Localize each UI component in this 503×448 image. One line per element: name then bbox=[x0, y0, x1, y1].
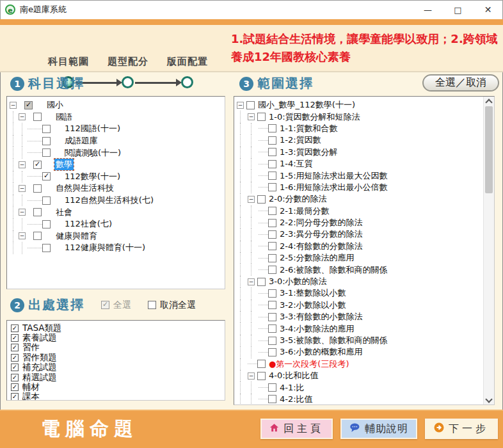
tree-row[interactable]: 1-2:質因數 bbox=[237, 134, 482, 146]
tree-checkbox[interactable] bbox=[42, 137, 51, 145]
tree-node-label[interactable]: 1-1:質數和合數 bbox=[278, 123, 339, 134]
tree-checkbox[interactable] bbox=[268, 395, 276, 403]
tree-row[interactable]: ●第一次段考(三段考) bbox=[237, 358, 482, 370]
list-item[interactable]: ✓TASA類題 bbox=[10, 323, 222, 333]
tree-node-label[interactable]: 112社會(七) bbox=[63, 218, 113, 230]
tree-row[interactable]: −社會 bbox=[10, 206, 223, 218]
tree-checkbox[interactable] bbox=[246, 101, 255, 109]
minimize-button[interactable]: — bbox=[413, 0, 443, 19]
source-checkbox[interactable]: ✓ bbox=[11, 324, 19, 332]
tree-node-label[interactable]: 4-0:比和比值 bbox=[267, 370, 320, 381]
tree-checkbox[interactable] bbox=[268, 219, 276, 227]
tree-node-label[interactable]: 112自然與生活科技(七) bbox=[63, 195, 155, 206]
tree-row[interactable]: 1-3:質因數分解 bbox=[237, 147, 482, 158]
tree-checkbox[interactable] bbox=[268, 383, 276, 392]
source-checkbox[interactable]: ✓ bbox=[11, 334, 19, 342]
scroll-up-icon[interactable] bbox=[484, 97, 494, 106]
source-checkbox[interactable]: ✓ bbox=[11, 383, 19, 391]
tree-checkbox[interactable] bbox=[268, 242, 276, 250]
list-item[interactable]: ✓課本 bbox=[10, 392, 222, 400]
tree-node-label[interactable]: 3-3:有餘數的小數除法 bbox=[278, 311, 364, 323]
tree-checkbox[interactable] bbox=[268, 301, 276, 309]
select-toggle-all-button[interactable]: 全選／取消 bbox=[422, 74, 499, 92]
tree-checkbox[interactable] bbox=[268, 254, 276, 262]
tree-node-label[interactable]: 112健康與體育(十一) bbox=[63, 242, 147, 253]
tree-node-label[interactable]: 1-0:質因數分解和短除法 bbox=[267, 111, 362, 123]
source-checkbox[interactable]: ✓ bbox=[11, 393, 19, 400]
tree-checkbox[interactable] bbox=[42, 148, 51, 157]
tree-checkbox[interactable]: ✓ bbox=[24, 101, 33, 109]
wizard-step[interactable]: 版面配置 bbox=[159, 56, 216, 68]
wizard-step[interactable]: 科目範圍 bbox=[40, 56, 97, 68]
tree-row[interactable]: 3-5:被除數、除數和商的關係 bbox=[237, 335, 482, 346]
tree-row[interactable]: 2-6:被除數、除數和商的關係 bbox=[237, 264, 482, 275]
tree-expander-icon[interactable]: − bbox=[248, 196, 255, 203]
tree-node-label[interactable]: 2-3:異分母分數的除法 bbox=[278, 228, 364, 240]
tree-checkbox[interactable] bbox=[257, 372, 266, 380]
tree-expander-icon[interactable]: − bbox=[19, 113, 26, 120]
tree-checkbox[interactable] bbox=[268, 289, 276, 298]
tree-node-label[interactable]: 數學 bbox=[54, 159, 74, 170]
tree-node-label[interactable]: 1-2:質因數 bbox=[278, 134, 323, 146]
tree-checkbox[interactable] bbox=[268, 230, 276, 239]
tree-node-label[interactable]: 2-0:分數的除法 bbox=[267, 193, 328, 205]
tree-row[interactable]: 3-1:整數除以小數 bbox=[237, 287, 482, 299]
tree-node-label[interactable]: 3-4:小數除法的應用 bbox=[278, 323, 356, 335]
tree-row[interactable]: 2-3:異分母分數的除法 bbox=[237, 228, 482, 240]
source-checkbox[interactable]: ✓ bbox=[11, 344, 19, 351]
tree-expander-icon[interactable]: − bbox=[19, 185, 26, 192]
tree-node-label[interactable]: 112國語(十一) bbox=[63, 123, 122, 134]
tree-node-label[interactable]: 2-5:分數除法的應用 bbox=[278, 252, 356, 264]
tree-row[interactable]: −自然與生活科技 bbox=[10, 182, 223, 195]
tree-checkbox[interactable] bbox=[33, 208, 42, 216]
tree-node-label[interactable]: 3-1:整數除以小數 bbox=[278, 287, 347, 299]
tree-node-label[interactable]: 國小 bbox=[45, 99, 65, 111]
tree-node-label[interactable]: 3-2:小數除以小數 bbox=[278, 300, 347, 311]
tree-checkbox[interactable] bbox=[257, 360, 266, 368]
tree-checkbox[interactable] bbox=[268, 313, 276, 321]
tree-row[interactable]: 1-5:用短除法求出最大公因數 bbox=[237, 170, 482, 181]
tree-row[interactable]: 1-1:質數和合數 bbox=[237, 123, 482, 134]
tree-checkbox[interactable] bbox=[268, 183, 276, 191]
tree-expander-icon[interactable]: − bbox=[10, 102, 17, 109]
tree-checkbox[interactable] bbox=[33, 232, 42, 240]
tree-expander-icon[interactable]: − bbox=[19, 161, 26, 168]
tree-node-label[interactable]: 3-6:小數的概數和應用 bbox=[278, 346, 364, 358]
tree-checkbox[interactable] bbox=[42, 220, 51, 228]
tree-row[interactable]: 2-1:最簡分數 bbox=[237, 205, 482, 217]
tree-checkbox[interactable] bbox=[257, 195, 266, 204]
tree-row[interactable]: 4-2:比值 bbox=[237, 394, 482, 404]
tree-checkbox[interactable] bbox=[33, 184, 42, 193]
tree-row[interactable]: 3-4:小數除法的應用 bbox=[237, 323, 482, 334]
tree-expander-icon[interactable]: − bbox=[19, 232, 26, 239]
tree-checkbox[interactable] bbox=[257, 113, 266, 121]
tree-row[interactable]: 2-5:分數除法的應用 bbox=[237, 252, 482, 264]
tree-checkbox[interactable] bbox=[257, 278, 266, 286]
tree-row[interactable]: −3-0:小數的除法 bbox=[237, 276, 482, 287]
select-all-checkbox[interactable]: ✓ bbox=[101, 301, 109, 309]
tree-row[interactable]: ✓112數學(十一) bbox=[10, 171, 223, 183]
tree-checkbox[interactable] bbox=[268, 324, 276, 333]
list-item[interactable]: ✓輔材 bbox=[10, 382, 222, 392]
tree-node-label[interactable]: 4-1:比 bbox=[278, 382, 306, 394]
list-item[interactable]: ✓習作類題 bbox=[10, 353, 222, 362]
select-all-option[interactable]: ✓ 全選 bbox=[101, 300, 131, 311]
tree-checkbox[interactable] bbox=[42, 125, 51, 133]
tree-checkbox[interactable]: ✓ bbox=[33, 161, 42, 169]
tree-node-label[interactable]: 3-0:小數的除法 bbox=[267, 276, 328, 287]
tree-node-label[interactable]: 1-3:質因數分解 bbox=[278, 147, 339, 158]
tree-node-label[interactable]: ●第一次段考(三段考) bbox=[267, 358, 351, 370]
tree-row[interactable]: −4-0:比和比值 bbox=[237, 370, 482, 381]
tree-row[interactable]: −✓國小 bbox=[10, 99, 223, 111]
list-item[interactable]: ✓習作 bbox=[10, 343, 222, 353]
tree-node-label[interactable]: 1-6:用短除法求出最小公倍數 bbox=[278, 182, 389, 193]
source-checkbox[interactable]: ✓ bbox=[11, 364, 19, 371]
scroll-down-icon[interactable] bbox=[484, 396, 494, 404]
tree-node-label[interactable]: 1-5:用短除法求出最大公因數 bbox=[278, 170, 389, 182]
tree-row[interactable]: 1-6:用短除法求出最小公倍數 bbox=[237, 182, 482, 193]
tree-checkbox[interactable] bbox=[268, 136, 276, 145]
tree-checkbox[interactable] bbox=[42, 244, 51, 252]
tree-checkbox[interactable] bbox=[268, 207, 276, 215]
tree-node-label[interactable]: 社會 bbox=[54, 207, 74, 218]
tree-node-label[interactable]: 2-2:同分母分數的除法 bbox=[278, 217, 364, 228]
